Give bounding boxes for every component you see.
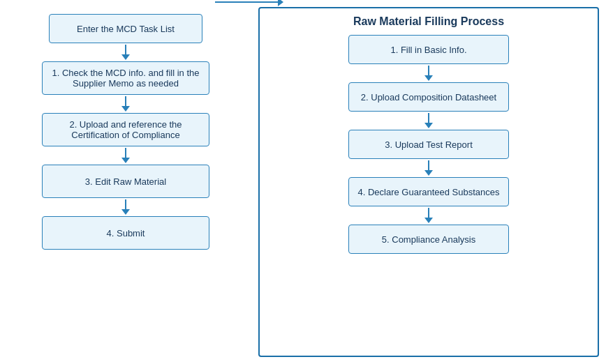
right-box-5-label: 5. Compliance Analysis (382, 234, 475, 245)
arrow-line (125, 45, 126, 54)
arrow-head (424, 170, 433, 176)
right-column-title: Raw Material Filling Process (353, 15, 504, 28)
arrow-head (121, 158, 130, 163)
arrow-line (428, 113, 429, 123)
arrow-head (424, 75, 433, 81)
box-edit-raw-material: 3. Edit Raw Material (42, 165, 209, 198)
right-box-1: 1. Fill in Basic Info. (348, 35, 509, 64)
right-arrow-3 (424, 160, 433, 176)
arrow-down-0 (121, 45, 130, 60)
left-flow: Enter the MCD Task List 1. Check the MCD… (7, 14, 244, 250)
right-box-2: 2. Upload Composition Datasheet (348, 82, 509, 112)
right-box-4-label: 4. Declare Guaranteed Substances (357, 187, 499, 197)
arrow-right (215, 0, 283, 6)
left-column: Enter the MCD Task List 1. Check the MCD… (7, 7, 244, 357)
arrow-head (121, 54, 130, 60)
box-enter-mcd-label: Enter the MCD Task List (77, 24, 175, 34)
right-box-4: 4. Declare Guaranteed Substances (348, 177, 509, 206)
arrow-head (121, 209, 130, 215)
arrow-head (121, 106, 130, 112)
right-box-5: 5. Compliance Analysis (348, 225, 509, 254)
box-edit-raw-material-label: 3. Edit Raw Material (85, 176, 166, 187)
right-box-2-label: 2. Upload Composition Datasheet (361, 92, 496, 103)
box-upload-certification-label: 2. Upload and reference the Certificatio… (50, 119, 202, 140)
arrow-right-line (215, 1, 278, 3)
box-check-mcd-label: 1. Check the MCD info. and fill in the S… (50, 68, 202, 89)
arrow-line (428, 160, 429, 170)
right-arrow-2 (424, 113, 433, 128)
arrow-head (424, 123, 433, 128)
arrow-head (424, 218, 433, 223)
box-check-mcd: 1. Check the MCD info. and fill in the S… (42, 61, 209, 95)
right-box-1-label: 1. Fill in Basic Info. (390, 45, 466, 55)
box-submit-label: 4. Submit (107, 228, 145, 238)
arrow-right-head (278, 0, 283, 6)
right-arrow-1 (424, 66, 433, 81)
right-box-3: 3. Upload Test Report (348, 130, 509, 159)
arrow-line (428, 208, 429, 218)
arrow-down-2 (121, 148, 130, 163)
box-enter-mcd: Enter the MCD Task List (49, 14, 202, 43)
arrow-line (428, 66, 429, 75)
arrow-line (125, 96, 126, 106)
box-submit: 4. Submit (42, 216, 209, 250)
arrow-line (125, 199, 126, 209)
right-box-3-label: 3. Upload Test Report (385, 139, 473, 150)
right-arrow-4 (424, 208, 433, 223)
arrow-down-3 (121, 199, 130, 215)
right-flow: 1. Fill in Basic Info. 2. Upload Composi… (270, 35, 587, 349)
right-column: Raw Material Filling Process 1. Fill in … (258, 7, 599, 357)
arrow-down-1 (121, 96, 130, 112)
box-upload-certification: 2. Upload and reference the Certificatio… (42, 113, 209, 146)
arrow-line (125, 148, 126, 158)
main-container: Enter the MCD Task List 1. Check the MCD… (0, 0, 606, 364)
